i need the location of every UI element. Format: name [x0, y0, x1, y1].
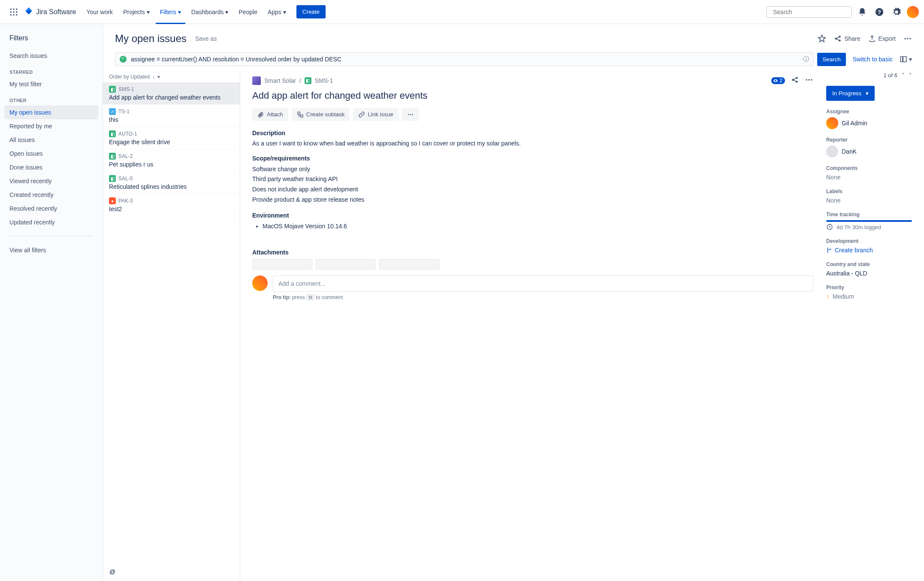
- country-value[interactable]: Australia - QLD: [826, 270, 912, 277]
- global-search[interactable]: [766, 6, 852, 18]
- share-button[interactable]: Share: [834, 35, 860, 42]
- create-button[interactable]: Create: [296, 5, 326, 18]
- chevron-down-icon: ▾: [283, 9, 286, 15]
- clock-icon: [826, 224, 833, 230]
- jql-input-box[interactable]: assignee = currentUser() AND resolution …: [115, 52, 814, 66]
- attachment-thumbnail[interactable]: [316, 259, 376, 269]
- issue-card[interactable]: ✓TS-1this: [103, 105, 240, 127]
- user-avatar[interactable]: [907, 6, 919, 18]
- more-actions-icon[interactable]: [903, 34, 912, 43]
- reporter-label: Reporter: [826, 137, 912, 143]
- sidebar-done-issues[interactable]: Done issues: [4, 160, 98, 174]
- status-dropdown[interactable]: In Progress ▾: [826, 86, 875, 101]
- refresh-icon[interactable]: [109, 569, 116, 577]
- environment-list: MacOS Mojave Version 10.14.6: [252, 221, 813, 232]
- create-branch-link[interactable]: Create branch: [826, 247, 912, 254]
- scope-list: Software change onlyThird party weather …: [252, 164, 813, 205]
- pager-next-icon[interactable]: ˅: [909, 72, 912, 79]
- sidebar-starred-item[interactable]: My test filter: [4, 77, 98, 91]
- sidebar-view-all-filters[interactable]: View all filters: [4, 243, 98, 257]
- issue-type-icon: ◧: [109, 86, 116, 93]
- components-value[interactable]: None: [826, 174, 912, 181]
- nav-dashboards[interactable]: Dashboards▾: [187, 5, 233, 19]
- svg-point-35: [412, 114, 413, 115]
- top-nav: Jira Software Your work Projects▾ Filter…: [0, 0, 924, 24]
- sidebar-created-recently[interactable]: Created recently: [4, 188, 98, 202]
- save-as-link[interactable]: Save as: [195, 35, 217, 42]
- issue-key: TS-1: [118, 109, 130, 115]
- sidebar-open-issues[interactable]: Open issues: [4, 147, 98, 160]
- link-issue-button[interactable]: Link issue: [353, 108, 398, 121]
- jql-search-button[interactable]: Search: [817, 53, 845, 66]
- reporter-value[interactable]: DanK: [826, 145, 912, 157]
- svg-point-5: [16, 11, 17, 12]
- page-header: My open issues Save as Share Export: [103, 24, 924, 49]
- description-text[interactable]: As a user I want to know when bad weathe…: [252, 139, 813, 148]
- settings-icon[interactable]: [890, 5, 903, 19]
- pager-prev-icon[interactable]: ˄: [902, 72, 905, 79]
- order-by-bar[interactable]: Order by Updated ↓ ▾: [103, 70, 240, 82]
- view-toggle-icon[interactable]: ▾: [900, 55, 912, 63]
- nav-apps[interactable]: Apps▾: [263, 5, 290, 19]
- chevron-down-icon[interactable]: ▾: [157, 74, 160, 80]
- comment-input[interactable]: Add a comment...: [273, 275, 813, 292]
- nav-projects[interactable]: Projects▾: [119, 5, 154, 19]
- issue-title[interactable]: Add app alert for changed weather events: [252, 90, 813, 102]
- app-switcher-icon[interactable]: [9, 7, 19, 17]
- issue-card[interactable]: ◧SAL-2Pet supplies r us: [103, 149, 240, 172]
- assignee-value[interactable]: Gil Admin: [826, 117, 912, 129]
- scope-item: Third party weather tracking API: [252, 174, 813, 185]
- nav-your-work[interactable]: Your work: [82, 5, 117, 19]
- create-subtask-button[interactable]: Create subtask: [292, 108, 350, 121]
- svg-point-19: [907, 38, 908, 39]
- primary-nav: Your work Projects▾ Filters▾ Dashboards▾…: [81, 0, 766, 24]
- labels-label: Labels: [826, 188, 912, 194]
- time-tracking-value[interactable]: 4d 7h 30m logged: [826, 224, 912, 230]
- sidebar-viewed-recently[interactable]: Viewed recently: [4, 174, 98, 188]
- help-icon[interactable]: ?: [873, 5, 886, 19]
- attachment-thumbnail[interactable]: [252, 259, 312, 269]
- attach-button[interactable]: Attach: [252, 108, 288, 121]
- labels-value[interactable]: None: [826, 197, 912, 204]
- export-button[interactable]: Export: [868, 35, 896, 42]
- issue-card[interactable]: ◧AUTO-1Engage the silent drive: [103, 127, 240, 149]
- current-user-avatar: [252, 275, 268, 291]
- svg-rect-31: [298, 112, 300, 114]
- link-icon: [358, 111, 365, 118]
- issue-summary: Engage the silent drive: [109, 139, 234, 145]
- sort-direction-icon[interactable]: ↓: [152, 74, 155, 80]
- page-title: My open issues: [115, 33, 187, 45]
- attachments-row: [252, 259, 813, 269]
- issue-actions-more-button[interactable]: [402, 108, 419, 121]
- nav-filters[interactable]: Filters▾: [156, 0, 185, 24]
- sidebar-updated-recently[interactable]: Updated recently: [4, 215, 98, 229]
- sidebar-all-issues[interactable]: All issues: [4, 133, 98, 147]
- jql-valid-icon: [120, 56, 127, 63]
- issue-card[interactable]: ◧SAL-5Reticulated splines industries: [103, 172, 240, 194]
- priority-value[interactable]: ↑ Medium: [826, 293, 912, 300]
- sidebar-my-open-issues[interactable]: My open issues: [4, 106, 98, 119]
- star-filter-icon[interactable]: [818, 34, 826, 43]
- svg-point-38: [827, 252, 828, 253]
- sidebar-resolved-recently[interactable]: Resolved recently: [4, 202, 98, 215]
- svg-point-29: [808, 79, 809, 80]
- jira-logo[interactable]: Jira Software: [24, 7, 76, 17]
- development-label: Development: [826, 238, 912, 244]
- issue-card[interactable]: ●PAK-3test2: [103, 194, 240, 216]
- scope-heading: Scope/requirements: [252, 155, 813, 162]
- jql-help-icon[interactable]: ⓘ: [803, 55, 809, 63]
- nav-people[interactable]: People: [234, 5, 262, 19]
- notifications-icon[interactable]: [855, 5, 869, 19]
- attachment-thumbnail[interactable]: [379, 259, 439, 269]
- assignee-avatar: [826, 117, 838, 129]
- switch-to-basic-link[interactable]: Switch to basic: [849, 56, 896, 63]
- sidebar-reported-by-me[interactable]: Reported by me: [4, 119, 98, 133]
- svg-point-6: [10, 14, 12, 15]
- search-input[interactable]: [773, 9, 848, 15]
- issue-key: SMS-1: [118, 86, 134, 92]
- svg-line-16: [836, 37, 839, 38]
- issue-type-icon: ◧: [109, 153, 116, 160]
- attachments-heading: Attachments: [252, 249, 813, 256]
- sidebar-search-issues[interactable]: Search issues: [4, 49, 98, 63]
- issue-card[interactable]: ◧SMS-1Add app alert for changed weather …: [103, 82, 240, 105]
